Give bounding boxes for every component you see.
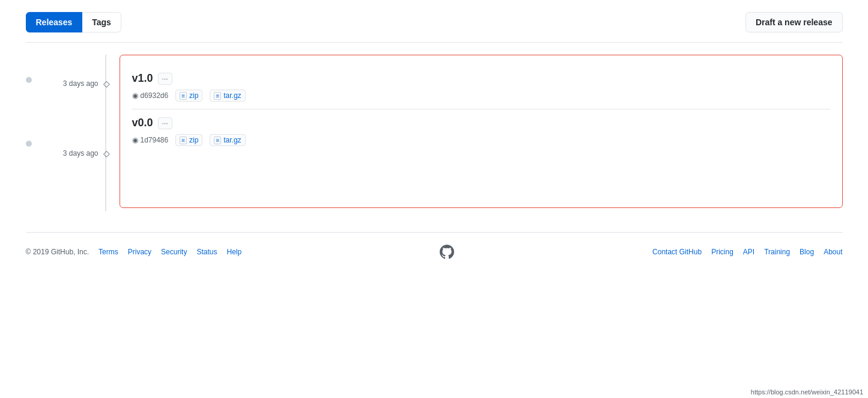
zip-label-v0: zip <box>189 136 198 144</box>
release-assets-v1: ◉ d6932d6 ≡ zip ≡ tar.gz <box>132 90 830 102</box>
footer-link-help[interactable]: Help <box>226 248 241 256</box>
targz-label-v0: tar.gz <box>223 136 241 144</box>
release-targz-v0[interactable]: ≡ tar.gz <box>210 134 245 146</box>
footer-link-terms[interactable]: Terms <box>99 248 118 256</box>
release-tag-v0: v0.0 <box>132 117 153 129</box>
footer-link-pricing[interactable]: Pricing <box>711 248 733 256</box>
footer-link-about[interactable]: About <box>824 248 842 256</box>
release-item-v0: v0.0 ··· ◉ 1d79486 ≡ zip ≡ tar.gz <box>132 109 830 153</box>
tab-tags[interactable]: Tags <box>82 12 121 32</box>
release-commit-v1: ◉ d6932d6 <box>132 91 169 100</box>
timeline-dot-2 <box>26 141 32 147</box>
release-zip-v1[interactable]: ≡ zip <box>175 90 202 102</box>
release-assets-v0: ◉ 1d79486 ≡ zip ≡ tar.gz <box>132 134 830 146</box>
timeline-item-2: 3 days ago ◇ <box>26 148 110 158</box>
github-logo-icon <box>440 245 454 259</box>
footer: © 2019 GitHub, Inc. Terms Privacy Securi… <box>26 233 843 265</box>
header-row: Releases Tags Draft a new release <box>26 12 843 32</box>
footer-link-blog[interactable]: Blog <box>800 248 814 256</box>
commit-hash-v1: d6932d6 <box>141 91 169 100</box>
commit-eye-icon-2: ◉ <box>132 136 138 144</box>
timeline-vertical-line <box>105 55 106 211</box>
zip-file-icon-2: ≡ <box>180 136 187 144</box>
tag-icon-1: ◇ <box>103 79 110 88</box>
footer-left: © 2019 GitHub, Inc. Terms Privacy Securi… <box>26 248 242 256</box>
footer-right: Contact GitHub Pricing API Training Blog… <box>652 248 842 256</box>
commit-hash-v0: 1d79486 <box>141 136 169 144</box>
footer-link-privacy[interactable]: Privacy <box>128 248 151 256</box>
release-date-2: 3 days ago <box>63 149 99 158</box>
draft-release-button[interactable]: Draft a new release <box>745 12 843 32</box>
footer-link-status[interactable]: Status <box>196 248 217 256</box>
footer-copyright: © 2019 GitHub, Inc. <box>26 248 90 256</box>
tab-releases[interactable]: Releases <box>26 12 83 32</box>
release-header-v0: v0.0 ··· <box>132 117 830 129</box>
footer-link-api[interactable]: API <box>743 248 754 256</box>
release-menu-btn-v1[interactable]: ··· <box>158 73 172 85</box>
targz-label-v1: tar.gz <box>223 91 241 100</box>
zip-label-v1: zip <box>189 91 198 100</box>
release-item-v1: v1.0 ··· ◉ d6932d6 ≡ zip ≡ tar.gz <box>132 65 830 109</box>
commit-eye-icon-1: ◉ <box>132 91 138 100</box>
releases-box: v1.0 ··· ◉ d6932d6 ≡ zip ≡ tar.gz <box>120 55 843 208</box>
targz-file-icon-2: ≡ <box>214 136 221 144</box>
targz-file-icon-1: ≡ <box>214 92 221 100</box>
release-menu-btn-v0[interactable]: ··· <box>158 117 172 129</box>
release-zip-v0[interactable]: ≡ zip <box>175 134 202 146</box>
tabs-container: Releases Tags <box>26 12 121 32</box>
release-header-v1: v1.0 ··· <box>132 72 830 85</box>
release-date-1: 3 days ago <box>63 79 99 88</box>
tag-icon-2: ◇ <box>103 148 110 158</box>
footer-link-security[interactable]: Security <box>161 248 187 256</box>
release-commit-v0: ◉ 1d79486 <box>132 136 169 144</box>
footer-link-training[interactable]: Training <box>764 248 790 256</box>
release-tag-v1: v1.0 <box>132 72 153 85</box>
zip-file-icon-1: ≡ <box>180 92 187 100</box>
release-targz-v1[interactable]: ≡ tar.gz <box>210 90 245 102</box>
footer-center <box>440 245 454 259</box>
timeline-item-1: 3 days ago ◇ <box>26 79 110 88</box>
timeline-column: 3 days ago ◇ 3 days ago ◇ <box>26 55 110 208</box>
main-content: 3 days ago ◇ 3 days ago ◇ v1.0 ··· ◉ d69… <box>26 43 843 208</box>
footer-link-contact[interactable]: Contact GitHub <box>652 248 702 256</box>
